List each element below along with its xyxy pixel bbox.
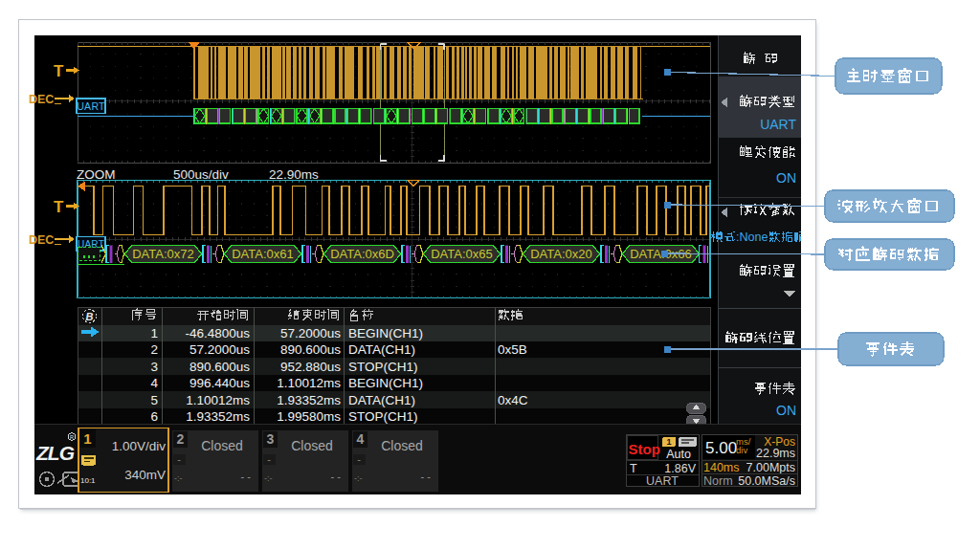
- svg-text:5.00: 5.00: [705, 439, 737, 457]
- svg-text:57.2000us: 57.2000us: [280, 326, 341, 340]
- svg-text::None: :None: [736, 231, 768, 244]
- svg-text:-: -: [357, 453, 361, 465]
- svg-text:140ms: 140ms: [703, 461, 740, 474]
- svg-text:STOP(CH1): STOP(CH1): [348, 360, 418, 374]
- svg-text:0x4C: 0x4C: [498, 393, 528, 407]
- svg-text:500us/div: 500us/div: [173, 167, 229, 182]
- svg-text:Closed: Closed: [201, 438, 243, 453]
- svg-text:ON: ON: [776, 403, 796, 418]
- svg-text:T: T: [54, 62, 64, 80]
- svg-text:1.10012ms: 1.10012ms: [277, 376, 341, 390]
- svg-text:-:-: -:-: [354, 473, 363, 483]
- svg-text:952.880us: 952.880us: [280, 360, 341, 374]
- svg-text:Stop: Stop: [629, 441, 660, 457]
- svg-text:STOP(CH1): STOP(CH1): [348, 409, 418, 424]
- svg-text:22.90ms: 22.90ms: [269, 167, 319, 182]
- svg-text:5: 5: [150, 393, 158, 407]
- svg-text:DEC: DEC: [29, 233, 54, 247]
- svg-text:T: T: [630, 462, 637, 475]
- svg-text:-46.4800us: -46.4800us: [185, 326, 250, 340]
- svg-text:DATA:0x6D: DATA:0x6D: [330, 247, 394, 261]
- svg-text:UART: UART: [77, 100, 105, 112]
- svg-text:6: 6: [150, 409, 158, 424]
- svg-text:ON: ON: [776, 170, 796, 186]
- svg-text:1: 1: [83, 430, 91, 447]
- svg-text:DATA(CH1): DATA(CH1): [348, 393, 415, 407]
- svg-text:ZOOM: ZOOM: [77, 167, 116, 182]
- svg-text:2: 2: [177, 431, 185, 447]
- svg-text:R: R: [70, 434, 74, 440]
- svg-text:T: T: [54, 198, 64, 216]
- svg-text:1.93352ms: 1.93352ms: [186, 409, 250, 424]
- svg-text:1.99580ms: 1.99580ms: [277, 409, 341, 424]
- svg-text:BEGIN(CH1): BEGIN(CH1): [348, 376, 423, 390]
- svg-text:BEGIN(CH1): BEGIN(CH1): [348, 326, 423, 340]
- svg-text:50.0MSa/s: 50.0MSa/s: [738, 474, 795, 488]
- svg-text:2: 2: [150, 342, 158, 357]
- svg-text:- -: - -: [421, 471, 432, 482]
- svg-text:UART: UART: [646, 474, 679, 488]
- svg-text:DATA:0x61: DATA:0x61: [232, 247, 294, 261]
- svg-text:DATA:0x65: DATA:0x65: [431, 247, 493, 261]
- svg-text:1: 1: [666, 437, 671, 447]
- svg-text:1.86V: 1.86V: [664, 462, 696, 475]
- svg-text:- -: - -: [331, 471, 342, 482]
- svg-text:1.93352ms: 1.93352ms: [277, 393, 341, 407]
- svg-text:DATA(CH1): DATA(CH1): [348, 342, 415, 357]
- svg-text:3: 3: [267, 431, 275, 447]
- svg-text:1.10012ms: 1.10012ms: [186, 393, 250, 407]
- svg-text:22.9ms: 22.9ms: [756, 447, 795, 460]
- svg-text:1: 1: [150, 326, 158, 340]
- svg-text:-: -: [267, 453, 271, 465]
- svg-text:B: B: [86, 311, 94, 322]
- svg-text:10:1: 10:1: [80, 476, 96, 485]
- svg-text:890.600us: 890.600us: [189, 360, 250, 374]
- svg-text:Closed: Closed: [381, 438, 423, 453]
- svg-text:340mV: 340mV: [124, 468, 166, 482]
- svg-text:Closed: Closed: [291, 438, 333, 453]
- svg-text:DATA:0x66: DATA:0x66: [630, 247, 692, 261]
- svg-text:Auto: Auto: [666, 448, 691, 461]
- svg-text:4: 4: [357, 431, 365, 447]
- svg-text:3: 3: [150, 360, 158, 374]
- svg-text:0x5B: 0x5B: [498, 342, 527, 357]
- svg-text:7.00Mpts: 7.00Mpts: [746, 461, 795, 474]
- svg-text:DATA:0x72: DATA:0x72: [132, 247, 194, 261]
- svg-text:-: -: [177, 453, 181, 465]
- svg-text:div: div: [736, 445, 747, 455]
- svg-text:-:-: -:-: [264, 473, 273, 483]
- svg-text:-:-: -:-: [174, 473, 183, 483]
- svg-text:Norm: Norm: [703, 474, 733, 488]
- svg-text:57.2000us: 57.2000us: [189, 342, 250, 357]
- svg-text:DATA:0x20: DATA:0x20: [530, 247, 592, 261]
- svg-text:DEC: DEC: [29, 93, 54, 106]
- svg-text:- -: - -: [241, 471, 252, 482]
- svg-text:4: 4: [150, 376, 158, 390]
- svg-text:996.440us: 996.440us: [189, 376, 250, 390]
- svg-text:UART: UART: [760, 117, 796, 132]
- svg-text:890.600us: 890.600us: [280, 342, 341, 357]
- svg-text:1.00V/div: 1.00V/div: [112, 439, 167, 453]
- svg-text:ZLG: ZLG: [35, 442, 75, 464]
